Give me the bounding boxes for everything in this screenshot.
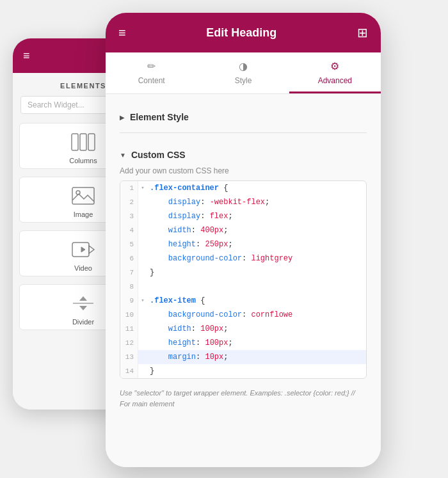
code-line-12: 12 height: 100px; — [120, 336, 366, 350]
section-divider-1 — [120, 132, 367, 133]
advanced-tab-label: Advanced — [318, 76, 352, 85]
content-tab-icon: ✏ — [147, 60, 156, 72]
video-label: Video — [74, 264, 92, 272]
hamburger-icon[interactable]: ≡ — [23, 49, 30, 63]
tab-content[interactable]: ✏ Content — [106, 52, 197, 93]
code-line-5: 5 height: 250px; — [120, 237, 366, 251]
custom-css-title: Custom CSS — [131, 150, 186, 160]
search-placeholder: Search Widget... — [28, 100, 84, 109]
code-line-9: 9 ▾ .flex-item { — [120, 294, 366, 308]
advanced-tab-icon: ⚙ — [330, 60, 339, 72]
element-style-title: Element Style — [130, 112, 189, 122]
custom-css-placeholder-label: Add your own custom CSS here — [120, 166, 367, 175]
code-editor[interactable]: 1 ▾ .flex-container { 2 display: -webkit… — [120, 180, 367, 379]
style-tab-icon: ◑ — [239, 60, 248, 72]
svg-rect-1 — [80, 134, 86, 150]
panel-header: ≡ Edit Heading ⊞ — [106, 13, 381, 52]
custom-css-section-header[interactable]: ▼ Custom CSS — [120, 143, 367, 166]
image-icon — [70, 184, 97, 208]
panel-title: Edit Heading — [206, 26, 276, 40]
element-style-arrow: ▶ — [120, 114, 125, 121]
style-tab-label: Style — [235, 76, 252, 85]
front-phone: ≡ Edit Heading ⊞ ✏ Content ◑ Style ⚙ Adv… — [106, 13, 381, 467]
svg-marker-6 — [89, 246, 94, 253]
svg-rect-2 — [88, 134, 95, 150]
code-line-14: 14 } — [120, 364, 366, 378]
code-line-3: 3 display: flex; — [120, 209, 366, 223]
code-line-6: 6 background-color: lightgrey — [120, 251, 366, 266]
code-line-10: 10 background-color: cornflowe — [120, 308, 366, 322]
svg-rect-3 — [72, 187, 94, 204]
tab-advanced[interactable]: ⚙ Advanced — [289, 52, 381, 93]
tab-style[interactable]: ◑ Style — [197, 52, 289, 93]
custom-css-arrow: ▼ — [120, 152, 126, 159]
svg-rect-0 — [72, 134, 78, 150]
code-line-8: 8 — [120, 280, 366, 294]
content-tab-label: Content — [138, 76, 165, 85]
code-line-4: 4 width: 400px; — [120, 223, 366, 237]
svg-marker-7 — [81, 247, 85, 252]
code-line-11: 11 width: 100px; — [120, 322, 366, 336]
hint-text: Use "selector" to target wrapper element… — [120, 388, 367, 409]
panel-content: ▶ Element Style ▼ Custom CSS Add your ow… — [106, 94, 381, 467]
code-line-13: 13 margin: 10px; — [120, 350, 366, 364]
scene: ≡ ELEMENTS Search Widget... Colum — [0, 0, 448, 478]
svg-rect-5 — [72, 243, 89, 257]
divider-icon — [70, 291, 97, 315]
columns-label: Columns — [69, 157, 97, 164]
columns-icon — [70, 130, 97, 154]
element-style-section-header[interactable]: ▶ Element Style — [120, 106, 367, 129]
video-icon — [70, 237, 97, 262]
code-line-7: 7 } — [120, 266, 366, 280]
image-label: Image — [74, 211, 93, 218]
tabs-row: ✏ Content ◑ Style ⚙ Advanced — [106, 52, 381, 94]
divider-label: Divider — [72, 318, 94, 326]
code-line-2: 2 display: -webkit-flex; — [120, 195, 366, 209]
code-line-1: 1 ▾ .flex-container { — [120, 181, 366, 195]
panel-grid-icon[interactable]: ⊞ — [357, 25, 368, 40]
panel-hamburger-icon[interactable]: ≡ — [118, 26, 126, 40]
